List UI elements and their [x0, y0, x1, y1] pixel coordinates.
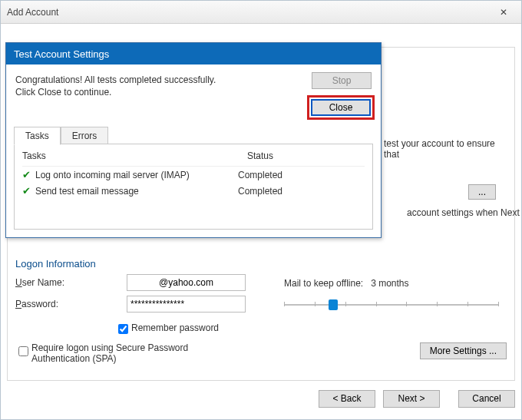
close-icon[interactable]: ✕: [492, 7, 515, 18]
more-settings-button[interactable]: More Settings ...More Settings ...: [420, 342, 507, 359]
mail-offline-section: Mail to keep offline: 3 months: [284, 278, 499, 312]
task-status: Completed: [222, 186, 299, 197]
table-row: ✔Send test email message Completed: [22, 183, 365, 199]
account-settings-hint: test your account to ensure that: [384, 138, 507, 160]
test-account-settings-dialog: Test Account Settings Congratulations! A…: [5, 42, 382, 238]
mail-offline-slider[interactable]: [284, 298, 499, 312]
username-label: UUser Name:ser Name:: [15, 277, 127, 288]
mail-offline-label: Mail to keep offline:: [284, 278, 363, 289]
require-spa-checkbox[interactable]: [18, 346, 28, 356]
col-tasks: Tasks: [22, 150, 222, 161]
task-name: Send test email message: [35, 186, 139, 197]
close-button-highlight: Close: [307, 95, 375, 120]
check-icon: ✔: [22, 185, 31, 197]
outer-titlebar: Add Account ✕: [1, 1, 521, 24]
password-label: Password:: [15, 299, 127, 309]
stop-button: Stop: [312, 72, 372, 89]
tasks-panel: Tasks Status ✔Log onto incoming mail ser…: [14, 144, 373, 230]
require-spa-label: Require logon using Secure Password Auth…: [31, 342, 246, 364]
test-dialog-body: Congratulations! All tests completed suc…: [6, 64, 381, 237]
outer-title-text: Add Account: [7, 7, 58, 18]
close-button[interactable]: Close: [311, 99, 371, 116]
task-name: Log onto incoming mail server (IMAP): [35, 170, 190, 180]
cancel-button[interactable]: Cancel: [458, 390, 515, 408]
logon-header: Logon Information: [15, 258, 276, 270]
footer-buttons: < Back Next >Next > Cancel: [7, 385, 515, 412]
task-status: Completed: [222, 170, 299, 180]
next-button[interactable]: Next >Next >: [383, 390, 440, 408]
check-icon: ✔: [22, 169, 31, 180]
logon-section: Logon Information UUser Name:ser Name: P…: [15, 252, 276, 364]
tab-errors[interactable]: Errors: [61, 127, 109, 145]
test-success-message: Congratulations! All tests completed suc…: [15, 74, 223, 98]
mail-offline-value: 3 months: [371, 278, 408, 289]
password-input[interactable]: [127, 296, 246, 313]
add-account-window: Add Account ✕ ✸➤ test your account to en…: [0, 0, 522, 420]
outer-body: ✸➤ test your account to ensure that ... …: [1, 24, 521, 419]
remember-password-label: Remember password: [131, 322, 219, 333]
tab-tasks[interactable]: Tasks: [14, 127, 61, 145]
auto-test-label: account settings when Next: [407, 207, 522, 218]
test-tabs: Tasks Errors: [14, 126, 373, 144]
col-status: Status: [222, 150, 299, 161]
username-input[interactable]: [127, 274, 246, 291]
tasks-header: Tasks Status: [22, 149, 365, 167]
remember-password-checkbox[interactable]: [118, 324, 128, 334]
browse-button[interactable]: ...: [468, 184, 496, 200]
test-dialog-title: Test Account Settings: [6, 43, 381, 64]
back-button[interactable]: < Back: [319, 390, 375, 408]
slider-thumb[interactable]: [329, 299, 338, 310]
table-row: ✔Log onto incoming mail server (IMAP) Co…: [22, 167, 365, 183]
